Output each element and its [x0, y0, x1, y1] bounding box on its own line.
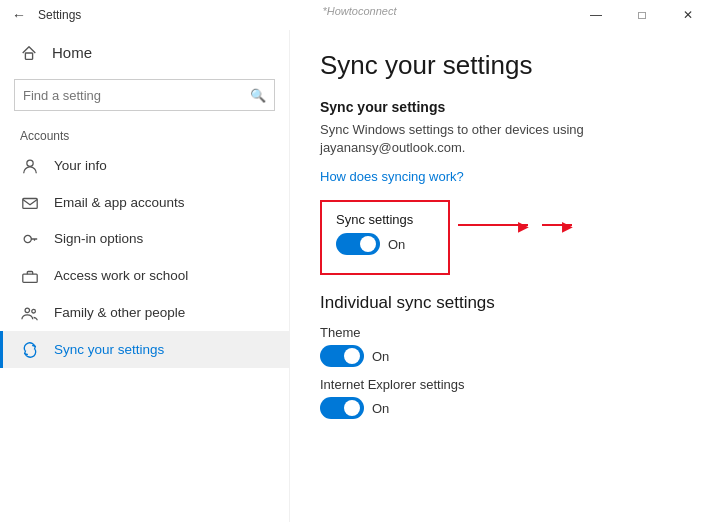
sidebar-section-title: Accounts [0, 121, 289, 147]
sync-label: Sync your settings [54, 342, 164, 357]
home-label: Home [52, 44, 92, 61]
sync-box-title: Sync settings [336, 212, 434, 227]
close-button[interactable]: ✕ [665, 0, 711, 30]
sidebar-item-sync[interactable]: Sync your settings [0, 331, 289, 368]
page-title: Sync your settings [320, 50, 689, 81]
ie-section: Internet Explorer settings On [320, 377, 689, 419]
sync-icon [20, 340, 40, 359]
person-icon [20, 156, 40, 175]
search-box[interactable]: 🔍 [14, 79, 275, 111]
sign-in-label: Sign-in options [54, 231, 143, 246]
sync-settings-box: Sync settings On [320, 200, 450, 275]
svg-point-1 [27, 160, 33, 166]
back-button[interactable]: ← [8, 5, 30, 25]
sidebar-item-email-accounts[interactable]: Email & app accounts [0, 184, 289, 221]
work-school-label: Access work or school [54, 268, 188, 283]
title-bar-controls: — □ ✕ [573, 0, 711, 30]
maximize-button[interactable]: □ [619, 0, 665, 30]
search-icon: 🔍 [250, 88, 266, 103]
how-link[interactable]: How does syncing work? [320, 169, 464, 184]
theme-section: Theme On [320, 325, 689, 367]
minimize-button[interactable]: — [573, 0, 619, 30]
sync-toggle-label: On [388, 237, 405, 252]
theme-toggle[interactable] [320, 345, 364, 367]
theme-toggle-label: On [372, 349, 389, 364]
ie-label: Internet Explorer settings [320, 377, 689, 392]
sidebar-item-sign-in[interactable]: Sign-in options [0, 221, 289, 258]
sync-toggle[interactable] [336, 233, 380, 255]
sidebar-item-family[interactable]: Family & other people [0, 294, 289, 331]
search-input[interactable] [23, 88, 250, 103]
title-bar: ← Settings *Howtoconnect — □ ✕ [0, 0, 719, 30]
section1-title: Sync your settings [320, 99, 689, 115]
sidebar: Home 🔍 Accounts Your info Em [0, 30, 290, 522]
arrow-indicator: ▶ ▶ [458, 224, 572, 226]
svg-point-5 [25, 308, 30, 313]
svg-rect-4 [23, 274, 37, 282]
title-bar-left: ← Settings [8, 5, 81, 25]
theme-label: Theme [320, 325, 689, 340]
ie-toggle-label: On [372, 401, 389, 416]
watermark: *Howtoconnect [323, 5, 397, 17]
family-icon [20, 303, 40, 322]
home-icon [20, 42, 38, 63]
ie-toggle-row: On [320, 397, 689, 419]
sidebar-item-your-info[interactable]: Your info [0, 147, 289, 184]
your-info-label: Your info [54, 158, 107, 173]
app-body: Home 🔍 Accounts Your info Em [0, 30, 719, 522]
svg-point-3 [24, 236, 31, 243]
svg-rect-0 [25, 53, 32, 59]
content-area: Sync your settings Sync your settings Sy… [290, 30, 719, 522]
key-icon [20, 230, 40, 249]
title-bar-title: Settings [38, 8, 81, 22]
email-accounts-label: Email & app accounts [54, 195, 185, 210]
email-icon [20, 193, 40, 212]
description: Sync Windows settings to other devices u… [320, 121, 689, 157]
sidebar-home[interactable]: Home [0, 30, 289, 75]
individual-sync-title: Individual sync settings [320, 293, 689, 313]
ie-toggle[interactable] [320, 397, 364, 419]
svg-point-6 [32, 309, 36, 313]
briefcase-icon [20, 266, 40, 285]
sync-toggle-row: On [336, 233, 434, 255]
sidebar-item-work-school[interactable]: Access work or school [0, 257, 289, 294]
svg-rect-2 [23, 198, 37, 208]
family-label: Family & other people [54, 305, 185, 320]
theme-toggle-row: On [320, 345, 689, 367]
